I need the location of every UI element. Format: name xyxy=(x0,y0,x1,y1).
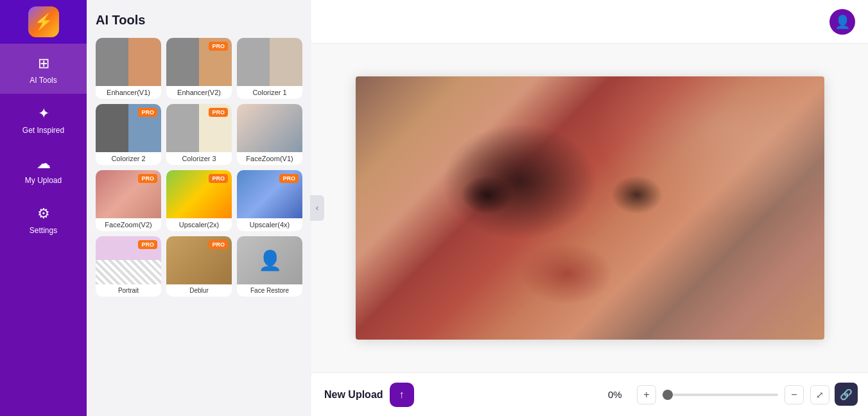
zoom-slider[interactable] xyxy=(663,394,778,396)
logo-symbol: ⚡ xyxy=(34,13,53,31)
tool-card-facezoom-v2[interactable]: PRO FaceZoom(V2) xyxy=(96,170,161,231)
pro-badge: PRO xyxy=(138,174,157,183)
panel-collapse-button[interactable]: ‹ xyxy=(310,195,324,221)
nav-logo[interactable]: ⚡ xyxy=(0,0,87,44)
user-avatar[interactable]: 👤 xyxy=(829,9,855,35)
sidebar-item-my-upload[interactable]: ☁ My Upload xyxy=(0,144,87,194)
tool-card-colorizer-3[interactable]: PRO Colorizer 3 xyxy=(166,104,232,165)
tool-thumbnail: 👤 xyxy=(237,236,302,284)
tool-label: Colorizer 3 xyxy=(166,152,232,165)
sidebar-item-label: Get Inspired xyxy=(22,126,64,135)
tool-label: Upscaler(2x) xyxy=(166,218,232,231)
sidebar-item-label: AI Tools xyxy=(30,76,56,85)
tool-card-extra-2[interactable]: PRO Deblur xyxy=(166,236,232,297)
expand-icon: ⤢ xyxy=(816,390,824,400)
top-header: 👤 xyxy=(311,0,868,44)
pro-badge: PRO xyxy=(209,240,228,249)
sidebar-item-settings[interactable]: ⚙ Settings xyxy=(0,194,87,244)
tool-card-enhancer-v2[interactable]: PRO Enhancer(V2) xyxy=(166,38,232,99)
tool-label: Upscaler(4x) xyxy=(237,218,302,231)
sparkle-icon: ✦ xyxy=(38,105,49,122)
settings-icon: ⚙ xyxy=(37,205,50,222)
tool-card-extra-1[interactable]: PRO Portrait xyxy=(96,236,161,297)
sidebar-item-get-inspired[interactable]: ✦ Get Inspired xyxy=(0,94,87,144)
tool-label: Face Restore xyxy=(237,284,302,297)
zoom-in-button[interactable]: + xyxy=(637,385,656,404)
tool-card-facezoom-v1[interactable]: FaceZoom(V1) xyxy=(237,104,302,165)
link-icon: 🔗 xyxy=(840,388,853,401)
pixelated-image xyxy=(356,76,824,340)
tool-card-colorizer-2[interactable]: PRO Colorizer 2 xyxy=(96,104,161,165)
image-display xyxy=(356,76,824,340)
tool-label: Deblur xyxy=(166,284,232,297)
tool-card-colorizer-1[interactable]: Colorizer 1 xyxy=(237,38,302,99)
minus-icon: − xyxy=(791,389,797,401)
tool-label: Portrait xyxy=(96,284,161,297)
upload-arrow-icon: ↑ xyxy=(399,389,404,401)
tool-label: Enhancer(V2) xyxy=(166,86,232,99)
pro-badge: PRO xyxy=(279,174,299,183)
bottom-toolbar: New Upload ↑ 0% + − ⤢ 🗑 xyxy=(311,372,868,416)
grid-icon: ⊞ xyxy=(38,55,49,72)
expand-button[interactable]: ⤢ xyxy=(810,385,829,404)
zoom-value: 0% xyxy=(608,389,630,400)
upload-cloud-icon: ☁ xyxy=(37,155,51,172)
avatar-icon: 👤 xyxy=(835,14,851,30)
canvas-area xyxy=(311,44,868,372)
tools-panel: AI Tools Enhancer(V1) PRO Enhancer(V2) C… xyxy=(87,0,311,416)
link-button[interactable]: 🔗 xyxy=(835,383,858,406)
sidebar-item-ai-tools[interactable]: ⊞ AI Tools xyxy=(0,44,87,94)
pro-badge: PRO xyxy=(209,42,228,51)
zoom-controls: 0% + − ⤢ 🗑 xyxy=(608,385,855,404)
tool-thumbnail xyxy=(237,104,302,152)
new-upload-label: New Upload xyxy=(324,389,383,401)
pro-badge: PRO xyxy=(138,108,157,117)
tool-card-upscaler-4x[interactable]: PRO Upscaler(4x) xyxy=(237,170,302,231)
logo-icon: ⚡ xyxy=(28,6,59,37)
pro-badge: PRO xyxy=(209,174,228,183)
tool-label: FaceZoom(V2) xyxy=(96,218,161,231)
sidebar-item-label: Settings xyxy=(30,226,57,235)
tool-card-upscaler-2x[interactable]: PRO Upscaler(2x) xyxy=(166,170,232,231)
tool-label: FaceZoom(V1) xyxy=(237,152,302,165)
tool-thumbnail xyxy=(96,38,161,86)
tools-grid: Enhancer(V1) PRO Enhancer(V2) Colorizer … xyxy=(96,38,302,297)
image-overlay xyxy=(356,76,824,340)
tool-label: Colorizer 2 xyxy=(96,152,161,165)
tool-card-extra-3[interactable]: 👤 Face Restore xyxy=(237,236,302,297)
nav-bar: ⚡ ⊞ AI Tools ✦ Get Inspired ☁ My Upload … xyxy=(0,0,87,416)
right-panel: 👤 New Upload ↑ 0% + − ⤢ xyxy=(311,0,868,416)
tool-label: Enhancer(V1) xyxy=(96,86,161,99)
tools-panel-title: AI Tools xyxy=(96,13,302,28)
upload-icon-button[interactable]: ↑ xyxy=(390,383,414,407)
tool-label: Colorizer 1 xyxy=(237,86,302,99)
tool-thumbnail xyxy=(237,38,302,86)
sidebar-item-label: My Upload xyxy=(25,176,62,185)
zoom-out-button[interactable]: − xyxy=(785,385,804,404)
pro-badge: PRO xyxy=(209,108,228,117)
tool-card-enhancer-v1[interactable]: Enhancer(V1) xyxy=(96,38,161,99)
pro-badge: PRO xyxy=(138,240,157,249)
plus-icon: + xyxy=(643,389,649,401)
new-upload-button[interactable]: New Upload ↑ xyxy=(324,383,414,407)
